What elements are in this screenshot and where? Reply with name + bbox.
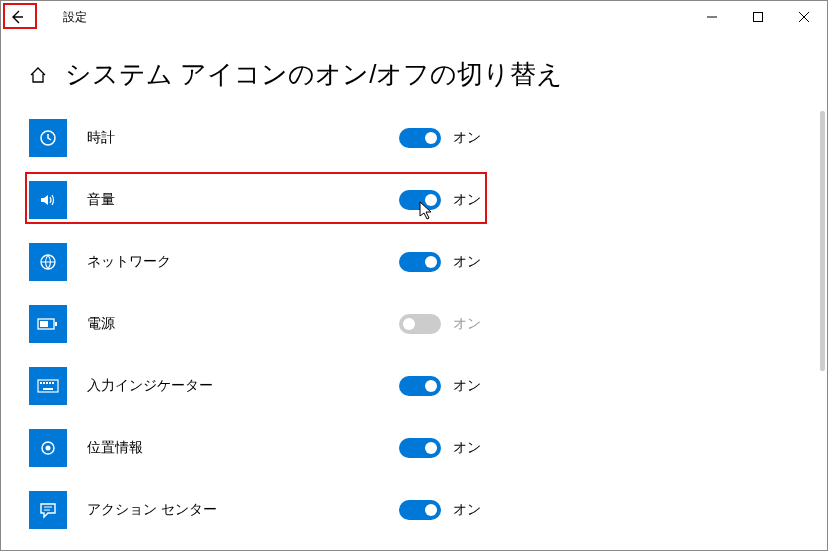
close-button[interactable] [781,1,827,33]
svg-rect-0 [754,13,763,22]
window-title: 設定 [63,9,87,26]
action-center-icon [29,491,67,529]
settings-list: 時計 オン 音量 オン ネットワーク オン 電源 [1,112,827,536]
clock-icon [29,119,67,157]
toggle-volume[interactable] [399,190,441,210]
row-clock: 時計 オン [29,112,799,164]
row-volume: 音量 オン [29,174,799,226]
svg-point-14 [46,446,51,451]
row-ime: 入力インジケーター オン [29,360,799,412]
row-label: アクション センター [87,501,217,519]
volume-icon [29,181,67,219]
row-location: 位置情報 オン [29,422,799,474]
row-label: 時計 [87,129,115,147]
close-icon [799,12,809,22]
svg-rect-11 [52,382,54,384]
row-label: ネットワーク [87,253,171,271]
keyboard-icon [29,367,67,405]
row-network: ネットワーク オン [29,236,799,288]
toggle-action-center[interactable] [399,500,441,520]
row-action-center: アクション センター オン [29,484,799,536]
svg-rect-12 [43,388,53,390]
svg-rect-7 [40,382,42,384]
toggle-state: オン [453,129,481,147]
home-button[interactable] [29,66,47,84]
toggle-location[interactable] [399,438,441,458]
toggle-state: オン [453,439,481,457]
toggle-state: オン [453,377,481,395]
network-icon [29,243,67,281]
row-power: 電源 オン [29,298,799,350]
row-label: 音量 [87,191,115,209]
row-label: 電源 [87,315,115,333]
power-icon [29,305,67,343]
page-title: システム アイコンのオン/オフの切り替え [65,57,563,92]
window-controls [689,1,827,33]
row-label: 入力インジケーター [87,377,213,395]
home-icon [29,66,47,84]
toggle-state: オン [453,253,481,271]
maximize-button[interactable] [735,1,781,33]
maximize-icon [753,12,763,22]
svg-rect-5 [40,321,48,327]
svg-rect-6 [38,380,58,392]
toggle-state: オン [453,315,481,333]
svg-rect-4 [55,322,57,326]
minimize-button[interactable] [689,1,735,33]
titlebar: 設定 [1,1,827,33]
toggle-network[interactable] [399,252,441,272]
row-label: 位置情報 [87,439,143,457]
scrollbar[interactable] [820,111,825,371]
toggle-power[interactable] [399,314,441,334]
svg-rect-9 [46,382,48,384]
arrow-left-icon [9,9,25,25]
back-button[interactable] [1,1,33,33]
svg-rect-8 [43,382,45,384]
toggle-ime[interactable] [399,376,441,396]
location-icon [29,429,67,467]
svg-rect-10 [49,382,51,384]
minimize-icon [707,12,717,22]
toggle-state: オン [453,501,481,519]
toggle-clock[interactable] [399,128,441,148]
page-header: システム アイコンのオン/オフの切り替え [1,33,827,112]
toggle-state: オン [453,191,481,209]
